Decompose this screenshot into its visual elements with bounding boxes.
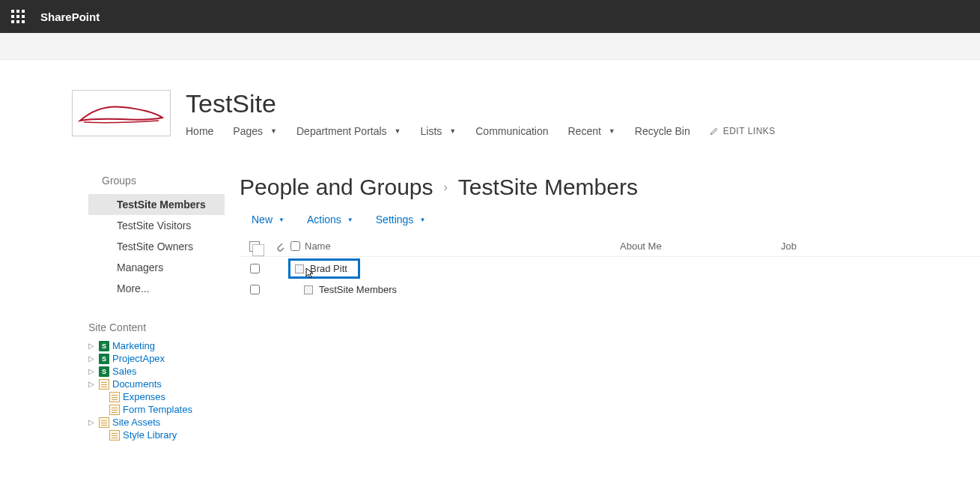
tree-item-marketing[interactable]: ▷ S Marketing [88,339,225,352]
chevron-down-icon: ▼ [449,127,456,135]
nav-pages[interactable]: Pages▼ [233,125,277,137]
column-name-checkbox[interactable] [290,241,300,251]
row-checkbox[interactable] [250,285,260,294]
expand-icon[interactable]: ▷ [88,342,96,350]
chevron-down-icon: ▼ [419,217,425,223]
document-library-icon [109,405,120,415]
tree-item-form-templates[interactable]: Form Templates [88,403,225,416]
site-content-heading: Site Content [88,321,225,333]
top-nav: Home Pages▼ Department Portals▼ Lists▼ C… [186,125,776,137]
suite-app-name[interactable]: SharePoint [40,10,100,23]
chevron-down-icon: ▼ [395,127,401,135]
tree-item-documents[interactable]: ▷ Documents [88,378,225,390]
group-item-visitors[interactable]: TestSite Visitors [88,215,225,236]
new-button[interactable]: New ▼ [252,214,284,226]
sharepoint-site-icon: S [99,366,109,377]
expand-icon[interactable]: ▷ [88,354,96,363]
main-area: Groups TestSite Members TestSite Visitor… [0,137,980,441]
sharepoint-site-icon: S [99,341,109,351]
tree-item-style-library[interactable]: Style Library [88,429,225,441]
suite-bar: SharePoint [0,0,980,33]
tree-item-expenses[interactable]: Expenses [88,390,225,403]
person-icon [295,264,304,273]
app-launcher-icon[interactable] [0,0,36,33]
group-item-members[interactable]: TestSite Members [88,194,225,215]
person-link[interactable]: Brad Pitt [290,261,358,276]
nav-dept-portals[interactable]: Department Portals▼ [296,125,401,137]
document-library-icon [109,430,120,441]
breadcrumb-current: TestSite Members [458,175,638,200]
chevron-right-icon: › [444,181,448,194]
groups-heading: Groups [88,175,225,187]
expand-icon[interactable]: ▷ [88,367,96,375]
tree-item-projectapex[interactable]: ▷ S ProjectApex [88,352,225,365]
chevron-down-icon: ▼ [270,127,277,135]
expand-icon[interactable]: ▷ [88,418,96,426]
select-all-icon[interactable] [249,241,260,252]
actions-button[interactable]: Actions ▼ [307,214,353,226]
tree-item-site-assets[interactable]: ▷ Site Assets [88,416,225,429]
row-checkbox[interactable] [250,264,260,273]
breadcrumb: People and Groups › TestSite Members [240,175,980,200]
expand-icon[interactable]: ▷ [88,380,96,388]
person-icon [304,285,313,294]
column-header-job[interactable]: Job [770,240,800,252]
tree-item-sales[interactable]: ▷ S Sales [88,365,225,378]
sharepoint-site-icon: S [99,354,109,364]
left-nav: Groups TestSite Members TestSite Visitor… [0,175,225,441]
chevron-down-icon: ▼ [347,217,353,223]
ribbon-strip [0,33,980,60]
nav-recent[interactable]: Recent▼ [568,125,615,137]
list-header-row: Name About Me Job [240,238,980,257]
document-library-icon [109,392,120,402]
table-row[interactable]: TestSite Members [240,280,980,299]
group-item-managers[interactable]: Managers [88,257,225,278]
nav-lists[interactable]: Lists▼ [421,125,457,137]
site-logo[interactable] [72,90,171,136]
content-area: People and Groups › TestSite Members New… [225,175,980,441]
list-toolbar: New ▼ Actions ▼ Settings ▼ [240,214,980,226]
settings-button[interactable]: Settings ▼ [376,214,426,226]
nav-communication[interactable]: Communication [475,125,548,137]
group-item-owners[interactable]: TestSite Owners [88,236,225,257]
pencil-icon [710,127,719,136]
site-title[interactable]: TestSite [186,90,776,118]
column-header-name[interactable]: Name [305,240,331,252]
group-link[interactable]: TestSite Members [319,284,397,295]
column-header-about[interactable]: About Me [620,240,770,252]
nav-recycle-bin[interactable]: Recycle Bin [635,125,690,137]
chevron-down-icon: ▼ [609,127,615,135]
attachment-icon [276,241,284,252]
table-row[interactable]: Brad Pitt [240,257,980,280]
chevron-down-icon: ▼ [279,217,284,223]
document-library-icon [99,379,109,390]
page-header: TestSite Home Pages▼ Department Portals▼… [0,60,980,137]
breadcrumb-root[interactable]: People and Groups [240,175,433,200]
nav-home[interactable]: Home [186,125,213,137]
edit-links-button[interactable]: EDIT LINKS [710,126,776,136]
document-library-icon [99,417,109,428]
group-item-more[interactable]: More... [88,278,225,299]
